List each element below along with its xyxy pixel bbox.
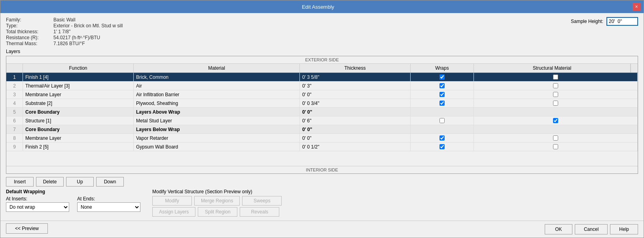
row-thickness: 0' 0" xyxy=(300,90,411,99)
row-thickness: 0' 3" xyxy=(300,82,411,90)
row-wraps[interactable] xyxy=(411,116,474,125)
row-structural[interactable] xyxy=(474,116,638,125)
row-wraps[interactable] xyxy=(411,99,474,107)
col-num xyxy=(6,64,23,72)
close-button[interactable]: × xyxy=(633,3,640,11)
thermal-mass-value: 7.1826 BTU/°F xyxy=(53,41,638,46)
table-row[interactable]: 8Membrane LayerVapor Retarder0' 0" xyxy=(6,134,638,143)
row-structural[interactable] xyxy=(474,90,638,99)
merge-regions-button[interactable]: Merge Regions xyxy=(194,196,240,206)
wraps-checkbox[interactable] xyxy=(439,74,445,80)
table-row[interactable]: 2Thermal/Air Layer [3]Air0' 3" xyxy=(6,82,638,90)
sample-height-label: Sample Height: xyxy=(571,19,603,24)
row-thickness: 0' 0 3/4" xyxy=(300,99,411,107)
modify-button[interactable]: Modify xyxy=(152,196,192,206)
delete-button[interactable]: Delete xyxy=(36,177,64,187)
at-ends-select[interactable]: None Exterior Interior Both xyxy=(77,202,140,212)
structural-checkbox[interactable] xyxy=(553,118,558,123)
wraps-checkbox[interactable] xyxy=(439,118,445,123)
wraps-checkbox[interactable] xyxy=(439,101,445,106)
row-wraps[interactable] xyxy=(411,134,474,142)
at-ends-group: At Ends: None Exterior Interior Both xyxy=(77,196,140,212)
row-wraps[interactable] xyxy=(411,82,474,90)
row-thickness: 0' 6" xyxy=(300,116,411,125)
interior-side-label: INTERIOR SIDE xyxy=(6,166,638,173)
insert-button[interactable]: Insert xyxy=(6,177,34,187)
table-row[interactable]: 4Substrate [2]Plywood, Sheathing0' 0 3/4… xyxy=(6,99,638,108)
row-material: Vapor Retarder xyxy=(134,134,300,142)
exterior-side-label: EXTERIOR SIDE xyxy=(6,56,638,64)
wraps-checkbox[interactable] xyxy=(439,92,445,97)
row-material: Metal Stud Layer xyxy=(134,116,300,125)
modify-title: Modify Vertical Structure (Section Previ… xyxy=(152,189,282,194)
cancel-button[interactable]: Cancel xyxy=(575,224,608,234)
reveals-button[interactable]: Reveals xyxy=(240,207,279,217)
structural-checkbox[interactable] xyxy=(553,135,558,141)
row-num: 3 xyxy=(6,90,23,99)
row-structural[interactable] xyxy=(474,125,638,133)
row-wraps[interactable] xyxy=(411,143,474,151)
sweeps-button[interactable]: Sweeps xyxy=(242,196,282,206)
modify-row-1: Modify Merge Regions Sweeps xyxy=(152,196,282,206)
row-function: Finish 1 [4] xyxy=(23,73,134,81)
table-row[interactable]: 3Membrane LayerAir Infiltration Barrier0… xyxy=(6,90,638,99)
title-bar: Edit Assembly × xyxy=(0,0,644,13)
split-region-button[interactable]: Split Region xyxy=(198,207,237,217)
sample-height-input[interactable] xyxy=(606,17,638,26)
assign-layers-button[interactable]: Assign Layers xyxy=(152,207,195,217)
type-label: Type: xyxy=(6,23,53,29)
row-material: Brick, Common xyxy=(134,73,300,81)
row-num: 7 xyxy=(6,125,23,133)
row-structural[interactable] xyxy=(474,134,638,142)
modify-row-2: Assign Layers Split Region Reveals xyxy=(152,207,282,217)
row-thickness: 0' 0 1/2" xyxy=(300,143,411,151)
structural-checkbox[interactable] xyxy=(553,101,558,106)
table-header: Function Material Thickness Wraps Struct… xyxy=(6,64,638,73)
total-thickness-label: Total thickness: xyxy=(6,29,53,34)
row-thickness: 0' 3 5/8" xyxy=(300,73,411,81)
col-wraps: Wraps xyxy=(411,64,474,72)
row-structural[interactable] xyxy=(474,99,638,107)
table-row[interactable]: 6Structure [1]Metal Stud Layer0' 6" xyxy=(6,116,638,125)
structural-checkbox[interactable] xyxy=(553,83,558,88)
info-section: Family: Basic Wall Type: Exterior - Bric… xyxy=(6,17,638,46)
up-button[interactable]: Up xyxy=(66,177,94,187)
bottom-section: Insert Delete Up Down Default Wrapping A… xyxy=(6,174,638,217)
table-row[interactable]: 7Core BoundaryLayers Below Wrap0' 0" xyxy=(6,125,638,134)
row-material: Plywood, Sheathing xyxy=(134,99,300,107)
structural-checkbox[interactable] xyxy=(553,92,558,97)
col-function: Function xyxy=(23,64,134,72)
row-structural[interactable] xyxy=(474,108,638,116)
at-inserts-select[interactable]: Do not wrap Exterior Interior Both xyxy=(6,202,69,212)
row-structural[interactable] xyxy=(474,82,638,90)
row-function: Finish 2 [5] xyxy=(23,143,134,151)
structural-checkbox[interactable] xyxy=(553,144,558,149)
structural-checkbox[interactable] xyxy=(553,74,558,80)
table-row[interactable]: 1Finish 1 [4]Brick, Common0' 3 5/8" xyxy=(6,73,638,82)
row-num: 4 xyxy=(6,99,23,107)
family-value: Basic Wall xyxy=(53,17,638,23)
type-value: Exterior - Brick on Mtl. Stud w sill xyxy=(53,23,638,29)
wraps-checkbox[interactable] xyxy=(439,135,445,141)
row-thickness: 0' 0" xyxy=(300,125,411,133)
table-row[interactable]: 5Core BoundaryLayers Above Wrap0' 0" xyxy=(6,108,638,116)
table-row[interactable]: 9Finish 2 [5]Gypsum Wall Board0' 0 1/2" xyxy=(6,143,638,151)
col-thickness: Thickness xyxy=(300,64,411,72)
row-wraps[interactable] xyxy=(411,73,474,81)
down-button[interactable]: Down xyxy=(96,177,124,187)
row-structural[interactable] xyxy=(474,143,638,151)
row-function: Structure [1] xyxy=(23,116,134,125)
row-wraps[interactable] xyxy=(411,90,474,99)
row-structural[interactable] xyxy=(474,73,638,81)
row-wraps[interactable] xyxy=(411,125,474,133)
wraps-checkbox[interactable] xyxy=(439,83,445,88)
col-structural: Structural Material xyxy=(474,64,631,72)
row-material: Air xyxy=(134,82,300,90)
row-wraps[interactable] xyxy=(411,108,474,116)
preview-button[interactable]: << Preview xyxy=(6,223,48,234)
help-button[interactable]: Help xyxy=(610,224,638,234)
wraps-checkbox[interactable] xyxy=(439,144,445,149)
row-num: 2 xyxy=(6,82,23,90)
ok-button[interactable]: OK xyxy=(545,224,572,234)
row-num: 6 xyxy=(6,116,23,125)
